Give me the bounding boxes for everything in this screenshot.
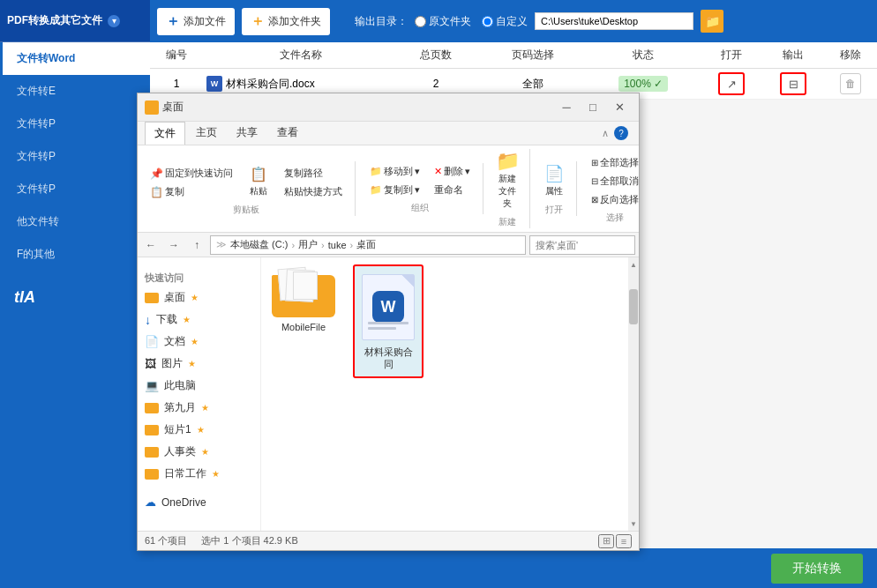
move-to-button[interactable]: 📁 移动到 ▾: [364, 163, 425, 180]
folder-icon-mobilefile: [272, 268, 335, 317]
sidebar-item-shorts[interactable]: 短片1 ★: [138, 419, 260, 441]
row-open: ↗: [701, 72, 762, 95]
path-part-tuke[interactable]: tuke: [328, 240, 347, 250]
folder-titlebar-icon: [145, 100, 159, 115]
minimize-button[interactable]: ─: [554, 98, 579, 117]
search-input[interactable]: [529, 235, 635, 255]
nav-item-3[interactable]: 文件转P: [0, 108, 150, 140]
convert-button[interactable]: 开始转换: [771, 554, 863, 584]
sidebar-item-month9[interactable]: 第九月 ★: [138, 397, 260, 419]
deselect-all-button[interactable]: ⊟ 全部取消: [586, 173, 644, 190]
move-arrow-icon: ▾: [415, 166, 420, 177]
grid-view-button[interactable]: ⊞: [598, 534, 614, 548]
path-sep-1: ›: [291, 240, 295, 250]
folder-icon-daily: [145, 469, 159, 480]
remove-button[interactable]: 🗑: [840, 73, 861, 94]
radio-original-input[interactable]: [415, 16, 426, 27]
nav-item-4[interactable]: 文件转P: [0, 140, 150, 173]
help-icon[interactable]: ?: [614, 126, 628, 140]
tab-view[interactable]: 查看: [268, 122, 307, 145]
sidebar-item-hr[interactable]: 人事类 ★: [138, 441, 260, 463]
tab-file[interactable]: 文件: [145, 122, 185, 145]
invert-selection-button[interactable]: ⊠ 反向选择: [586, 191, 644, 208]
tab-home[interactable]: 主页: [187, 122, 226, 145]
clipboard-group: 📌 固定到快速访问 📋 复制 📋 粘贴 复制路径: [145, 161, 356, 216]
forward-button[interactable]: →: [164, 235, 184, 255]
back-button[interactable]: ←: [141, 235, 161, 255]
list-view-button[interactable]: ≡: [616, 534, 632, 548]
sidebar-item-downloads[interactable]: ↓ 下载 ★: [138, 309, 260, 331]
nav-item-word[interactable]: 文件转Word: [0, 42, 150, 75]
paste-button[interactable]: 📋 粘贴: [242, 161, 275, 200]
file-item-contract[interactable]: W 材料采购合同: [353, 264, 424, 378]
add-file-button[interactable]: ＋ 添加文件: [157, 8, 235, 35]
properties-button[interactable]: 📄 属性: [539, 161, 569, 200]
path-part-users[interactable]: 用户: [298, 238, 318, 251]
output-button[interactable]: ⊟: [780, 72, 806, 95]
maximize-button[interactable]: □: [581, 98, 605, 117]
explorer-title: 桌面: [162, 100, 551, 115]
dropdown-arrow-icon[interactable]: ▾: [108, 15, 120, 27]
grid-off-icon: ⊟: [591, 176, 598, 186]
browse-folder-button[interactable]: 📁: [701, 10, 723, 33]
copy-icon: 📋: [150, 186, 163, 198]
sidebar-item-pc[interactable]: 💻 此电脑: [138, 375, 260, 397]
sidebar-item-onedrive[interactable]: ☁ OneDrive: [138, 492, 260, 512]
copy-arrow-icon: ▾: [415, 184, 420, 196]
tab-share[interactable]: 共享: [228, 122, 266, 145]
app-title: PDF转换成其它文件: [7, 14, 102, 28]
star-icon-5: ★: [201, 403, 209, 413]
copy-button[interactable]: 📋 复制: [145, 183, 190, 200]
path-part-c[interactable]: 本地磁盘 (C:): [230, 238, 288, 251]
up-button[interactable]: ↑: [187, 235, 206, 255]
scroll-thumb[interactable]: [629, 289, 638, 324]
scroll-up-button[interactable]: ▲: [628, 257, 639, 272]
address-path[interactable]: ≫ 本地磁盘 (C:) › 用户 › tuke › 桌面: [210, 235, 526, 255]
copy-to-button[interactable]: 📁 复制到 ▾: [364, 182, 425, 198]
nav-item-5[interactable]: 文件转P: [0, 173, 150, 205]
rename-button[interactable]: 重命名: [429, 182, 476, 198]
output-path-input[interactable]: [535, 12, 693, 30]
add-folder-button[interactable]: ＋ 添加文件夹: [242, 8, 330, 35]
collapse-ribbon-icon[interactable]: ∧: [602, 128, 609, 139]
pdf-left-panel: PDF转换成其它文件 ▾ 文件转Word 文件转E 文件转P 文件转P 文件转P…: [0, 0, 150, 588]
nav-item-2[interactable]: 文件转E: [0, 75, 150, 108]
path-part-desktop[interactable]: 桌面: [356, 238, 376, 251]
row-pagesel: 全部: [480, 77, 586, 92]
nav-item-extra[interactable]: F的其他: [0, 238, 150, 271]
app-title-area: PDF转换成其它文件 ▾: [0, 0, 150, 42]
sidebar-item-docs[interactable]: 📄 文档 ★: [138, 331, 260, 353]
scroll-down-button[interactable]: ▼: [628, 517, 639, 531]
paste-shortcut-button[interactable]: 粘贴快捷方式: [279, 183, 348, 200]
col-header-open: 打开: [701, 48, 762, 63]
wps-file-corner: [401, 275, 414, 287]
close-button[interactable]: ✕: [607, 98, 632, 117]
row-output: ⊟: [762, 72, 824, 95]
file-item-mobilefile[interactable]: MobileFile: [268, 264, 339, 378]
quick-access-label: 快速访问: [138, 264, 260, 287]
pin-icon: 📌: [150, 167, 163, 180]
delete-button[interactable]: ✕ 删除 ▾: [429, 163, 476, 180]
radio-custom[interactable]: 自定义: [482, 14, 528, 29]
external-link-icon: ↗: [727, 78, 737, 91]
path-sep-2: ›: [321, 240, 325, 250]
star-icon-4: ★: [188, 359, 196, 368]
status-selected: 选中 1 个项目 42.9 KB: [201, 534, 297, 547]
radio-custom-input[interactable]: [482, 16, 493, 27]
open-button[interactable]: ↗: [718, 72, 745, 95]
plus-icon: ＋: [166, 12, 180, 31]
view-buttons: ⊞ ≡: [598, 534, 632, 548]
select-all-button[interactable]: ⊞ 全部选择: [586, 154, 644, 171]
explorer-scrollbar[interactable]: ▲ ▼: [628, 257, 639, 531]
copy-path-button[interactable]: 复制路径: [279, 165, 348, 182]
pictures-icon: 🖼: [145, 357, 156, 370]
sidebar-item-pictures[interactable]: 🖼 图片 ★: [138, 353, 260, 375]
pin-to-quick-access-button[interactable]: 📌 固定到快速访问: [145, 165, 238, 182]
new-folder-button[interactable]: 📁 新建文件夹: [492, 149, 522, 212]
path-arrow: ≫: [216, 239, 227, 250]
sidebar-item-daily[interactable]: 日常工作 ★: [138, 463, 260, 485]
organize-btns: 📁 移动到 ▾ 📁 复制到 ▾ ✕ 删除 ▾: [364, 163, 476, 198]
sidebar-item-desktop[interactable]: 桌面 ★: [138, 287, 260, 309]
radio-original[interactable]: 原文件夹: [415, 14, 471, 29]
nav-item-other[interactable]: 他文件转: [0, 205, 150, 238]
